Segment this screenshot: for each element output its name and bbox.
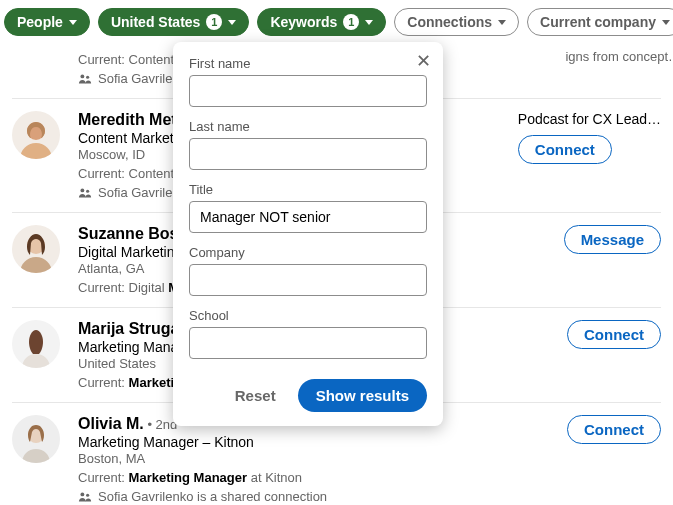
filter-location[interactable]: United States 1 [98, 8, 249, 36]
filter-label: Keywords [270, 14, 337, 30]
keywords-dropdown: ✕ First name Last name Title Company Sch… [173, 42, 443, 426]
people-icon [78, 186, 92, 200]
result-action: Message [564, 225, 661, 254]
avatar[interactable] [12, 111, 60, 159]
filter-bar: People United States 1 Keywords 1 Connec… [0, 0, 673, 48]
svg-point-3 [80, 188, 84, 192]
avatar[interactable] [12, 225, 60, 273]
filter-label: Current company [540, 14, 656, 30]
school-input[interactable] [189, 327, 427, 359]
filter-label: United States [111, 14, 200, 30]
people-icon [78, 72, 92, 86]
filter-count-badge: 1 [206, 14, 222, 30]
svg-point-8 [80, 492, 84, 496]
school-label: School [189, 308, 427, 323]
connect-button[interactable]: Connect [567, 415, 661, 444]
svg-point-9 [86, 493, 89, 496]
avatar[interactable] [12, 320, 60, 368]
snippet-right: Podcast for CX Lead… [518, 111, 661, 127]
chevron-down-icon [69, 20, 77, 25]
title-label: Title [189, 182, 427, 197]
first-name-label: First name [189, 56, 427, 71]
people-icon [78, 490, 92, 504]
svg-point-0 [80, 74, 84, 78]
current-position: Current: Marketing Manager at Kitnon [78, 470, 553, 485]
snippet-right: igns from concept… [565, 49, 673, 64]
result-headline: Marketing Manager – Kitnon [78, 434, 553, 450]
svg-point-4 [86, 189, 89, 192]
connect-button[interactable]: Connect [518, 135, 612, 164]
connect-button[interactable]: Connect [567, 320, 661, 349]
result-action: igns from concept… [545, 48, 661, 64]
title-input[interactable] [189, 201, 427, 233]
result-action: Podcast for CX Lead… Connect [518, 111, 661, 164]
result-action: Connect [567, 415, 661, 444]
company-label: Company [189, 245, 427, 260]
result-meta: Olivia M. • 2nd Marketing Manager – Kitn… [74, 415, 553, 504]
message-button[interactable]: Message [564, 225, 661, 254]
filter-connections[interactable]: Connections [394, 8, 519, 36]
filter-count-badge: 1 [343, 14, 359, 30]
result-location: Boston, MA [78, 451, 553, 466]
last-name-input[interactable] [189, 138, 427, 170]
filter-label: People [17, 14, 63, 30]
reset-button[interactable]: Reset [225, 381, 286, 410]
company-input[interactable] [189, 264, 427, 296]
filter-people[interactable]: People [4, 8, 90, 36]
filter-current-company[interactable]: Current company [527, 8, 673, 36]
last-name-label: Last name [189, 119, 427, 134]
svg-point-1 [86, 75, 89, 78]
chevron-down-icon [228, 20, 236, 25]
show-results-button[interactable]: Show results [298, 379, 427, 412]
filter-label: Connections [407, 14, 492, 30]
chevron-down-icon [662, 20, 670, 25]
first-name-input[interactable] [189, 75, 427, 107]
filter-keywords[interactable]: Keywords 1 [257, 8, 386, 36]
dropdown-actions: Reset Show results [189, 379, 427, 412]
close-icon[interactable]: ✕ [416, 52, 431, 70]
shared-connection: Sofia Gavrilenko is a shared connection [78, 489, 553, 504]
chevron-down-icon [365, 20, 373, 25]
chevron-down-icon [498, 20, 506, 25]
avatar[interactable] [12, 415, 60, 463]
result-action: Connect [567, 320, 661, 349]
